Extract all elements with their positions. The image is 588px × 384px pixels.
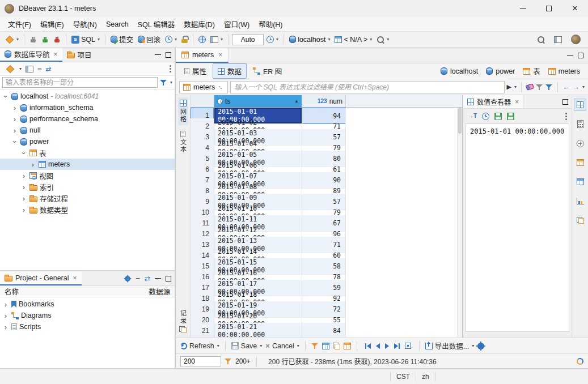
column-header-datasource[interactable]: 数据源	[143, 286, 175, 297]
export-data-button[interactable]: 导出数据...▾	[425, 340, 474, 351]
apply-filter-icon[interactable]: ▶	[507, 84, 511, 90]
new-item-icon[interactable]	[6, 65, 14, 72]
tree-item-datatypes[interactable]: › 数据类型	[0, 204, 175, 215]
panel-references-icon[interactable]	[574, 176, 586, 188]
chevron-icon[interactable]: ›	[2, 312, 9, 319]
minimize-panel-icon[interactable]	[567, 55, 573, 56]
cancel-button[interactable]: ×Cancel▾	[265, 342, 299, 350]
fetch-more-button[interactable]: 200+	[235, 357, 251, 365]
chevron-icon[interactable]: ›	[20, 150, 28, 156]
minimize-panel-icon[interactable]	[155, 278, 161, 279]
minimize-button[interactable]	[510, 0, 536, 17]
filter-history-forward-icon[interactable]: →	[572, 83, 579, 91]
fetch-page-icon[interactable]	[405, 343, 411, 349]
grid-cell-ts[interactable]: 2015-01-21 00:00:00.000	[214, 323, 302, 338]
new-connection-button[interactable]: ▾	[3, 35, 20, 45]
menu-search[interactable]: Search	[101, 18, 133, 31]
chevron-icon[interactable]: ›	[2, 301, 9, 308]
tree-item-diagrams[interactable]: › Diagrams	[0, 310, 175, 321]
tree-item-null[interactable]: › null	[0, 125, 175, 136]
disconnect-button[interactable]	[52, 35, 62, 45]
table-filter-input[interactable]	[2, 77, 158, 88]
filter-icon[interactable]	[545, 84, 553, 91]
chevron-icon[interactable]: ›	[20, 184, 27, 191]
sort-icon[interactable]	[311, 343, 319, 349]
result-table-label[interactable]: meters ↔	[179, 81, 228, 93]
save-button[interactable]: Save▾	[231, 342, 263, 350]
fetch-size-input[interactable]	[180, 356, 221, 366]
tab-er-diagram[interactable]: ER 图	[248, 63, 287, 79]
maximize-button[interactable]	[536, 0, 562, 17]
tree-item-views[interactable]: › 视图	[0, 170, 175, 181]
link-with-editor-icon[interactable]: ⇄	[46, 66, 52, 72]
filter-settings-icon[interactable]	[536, 84, 543, 91]
sort-asc-icon[interactable]: ▲	[294, 99, 299, 104]
chevron-icon[interactable]: ›	[11, 116, 18, 123]
quick-search-button[interactable]	[535, 35, 547, 45]
timezone-indicator[interactable]: CST	[391, 373, 416, 381]
link-with-editor-icon[interactable]: ⇄	[145, 275, 150, 282]
column-header-name[interactable]: 名称	[0, 286, 143, 297]
grid-cell-num[interactable]: 84	[302, 323, 346, 338]
close-icon[interactable]: ×	[218, 51, 222, 59]
commit-button[interactable]: 提交	[109, 33, 135, 46]
panel-grouping-icon[interactable]	[574, 156, 586, 169]
presentation-grid-tab[interactable]: 网格	[178, 97, 188, 125]
filter-history-back-icon[interactable]: ←	[562, 83, 570, 91]
tree-item-power[interactable]: › power	[0, 136, 175, 147]
chevron-down-icon[interactable]: ▾	[582, 84, 585, 89]
panel-calculator-icon[interactable]	[574, 118, 586, 130]
tab-value-viewer[interactable]: 数值查看器 ×	[463, 95, 523, 108]
view-menu-icon[interactable]	[170, 65, 171, 72]
chevron-icon[interactable]: ›	[11, 138, 19, 145]
chevron-down-icon[interactable]: ▾	[19, 66, 22, 71]
chevron-icon[interactable]: ›	[2, 323, 9, 331]
previous-row-button[interactable]	[376, 343, 380, 349]
collapse-all-icon[interactable]: −	[136, 275, 140, 282]
chevron-icon[interactable]: ›	[11, 127, 18, 134]
collapse-all-icon[interactable]: −	[37, 65, 42, 72]
scrollbar-thumb[interactable]	[458, 108, 462, 134]
expand-icon[interactable]: ↔	[217, 83, 226, 92]
value-viewer-content[interactable]: 2015-01-01 00:00:00.000	[466, 123, 569, 332]
breadcrumb-tables[interactable]: 表	[523, 66, 540, 76]
filter-icon[interactable]	[160, 79, 167, 86]
perspective-button[interactable]	[552, 35, 564, 44]
value-menu-icon[interactable]	[565, 113, 567, 120]
tab-database-navigator[interactable]: 数据库导航 ×	[0, 48, 62, 62]
tree-item-procedures[interactable]: › 存储过程	[0, 193, 175, 204]
dbeaver-home-button[interactable]	[569, 33, 582, 45]
menu-file[interactable]: 文件(F)	[3, 16, 36, 32]
tab-data[interactable]: 数据	[213, 63, 247, 79]
active-connection-select[interactable]: localhost▾	[287, 35, 332, 45]
save-value-as-icon[interactable]	[507, 113, 514, 120]
refresh-button[interactable]: Refresh▾	[180, 342, 219, 350]
tree-item-localhost[interactable]: › localhost - localhost:6041	[0, 91, 175, 102]
panel-chart-icon[interactable]	[574, 195, 586, 207]
menu-sql-editor[interactable]: SQL 编辑器	[133, 16, 180, 32]
tree-item-information-schema[interactable]: › information_schema	[0, 102, 175, 113]
panel-metadata-icon[interactable]	[574, 214, 586, 227]
chevron-icon[interactable]: ›	[2, 93, 10, 100]
column-header-num[interactable]: 123 num	[302, 95, 346, 108]
rollback-button[interactable]: 回滚	[136, 33, 162, 46]
minimize-panel-icon[interactable]	[155, 54, 161, 55]
presentation-text-tab[interactable]: 文本	[178, 129, 188, 156]
tab-properties[interactable]: 属性	[179, 63, 211, 79]
add-row-icon[interactable]	[322, 343, 329, 349]
auto-commit-select[interactable]: Auto	[232, 34, 264, 45]
reconnect-button[interactable]	[40, 35, 50, 45]
vertical-scrollbar[interactable]	[457, 108, 462, 338]
menu-edit[interactable]: 编辑(E)	[36, 16, 69, 32]
chevron-icon[interactable]: ›	[20, 206, 27, 214]
connect-button[interactable]	[28, 35, 39, 45]
close-icon[interactable]: ×	[73, 274, 77, 282]
transaction-log-button[interactable]: ▾	[163, 35, 179, 44]
menu-database[interactable]: 数据库(D)	[179, 16, 219, 32]
tree-item-scripts[interactable]: › Scripts	[0, 321, 175, 332]
next-row-button[interactable]	[385, 343, 389, 349]
result-settings-icon[interactable]	[477, 343, 484, 349]
breadcrumb-database[interactable]: power	[486, 67, 515, 75]
tree-item-bookmarks[interactable]: › Bookmarks	[0, 298, 175, 310]
delete-row-icon[interactable]	[344, 343, 351, 349]
